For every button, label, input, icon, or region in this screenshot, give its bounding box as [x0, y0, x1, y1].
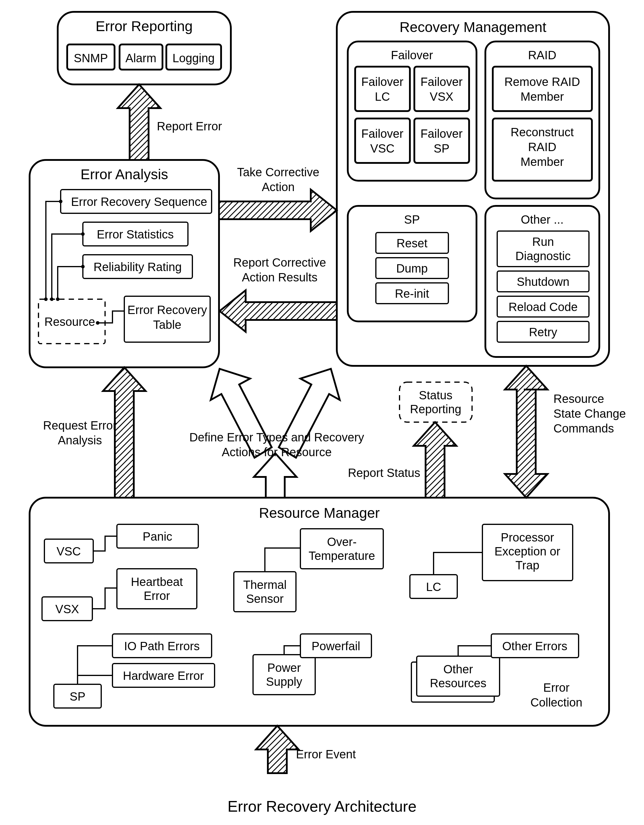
error-analysis-title: Error Analysis	[80, 167, 168, 182]
diagram-canvas: Error Reporting SNMP Alarm Logging Recov…	[0, 0, 644, 825]
panic-label: Panic	[143, 530, 172, 543]
failover-title: Failover	[391, 49, 433, 62]
snmp-label: SNMP	[74, 51, 108, 65]
report-results-arrow: Report CorrectiveAction Results	[220, 256, 337, 332]
svg-point-14	[56, 297, 60, 301]
other-err-label: Other Errors	[502, 640, 567, 653]
failover-vsc	[355, 119, 410, 163]
take-action-arrow: Take CorrectiveAction	[219, 165, 337, 231]
svg-point-12	[44, 297, 48, 301]
request-analysis-arrow: Request ErrorAnalysis	[43, 367, 146, 497]
recovery-mgmt-title: Recovery Management	[399, 19, 546, 35]
logging-label: Logging	[173, 51, 214, 65]
reload-label: Reload Code	[508, 300, 578, 314]
alarm-label: Alarm	[125, 51, 156, 65]
report-status-arrow	[414, 422, 456, 497]
status-reporting-group: StatusReporting Report Status	[348, 382, 472, 497]
report-status-label: Report Status	[348, 466, 420, 479]
request-analysis-label: Request ErrorAnalysis	[43, 419, 117, 447]
thermal-box	[234, 572, 296, 612]
lc-label: LC	[426, 580, 441, 593]
svg-point-9	[59, 200, 62, 203]
failover-lc	[355, 66, 410, 111]
sp-rm-label: SP	[69, 690, 85, 703]
recovery-mgmt-box: Recovery Management Failover FailoverLC …	[337, 12, 609, 366]
powerfail-label: Powerfail	[312, 640, 361, 653]
raid-box: RAID Remove RAIDMember ReconstructRAIDMe…	[485, 42, 599, 198]
failover-vsx	[414, 66, 469, 111]
remove-raid	[493, 66, 592, 111]
power-supply-box	[253, 655, 315, 695]
error-analysis-box: Error Analysis Error Recovery Sequence E…	[29, 160, 219, 367]
error-reporting-title: Error Reporting	[96, 19, 193, 34]
take-action-label: Take CorrectiveAction	[237, 165, 319, 193]
hw-err-label: Hardware Error	[123, 669, 203, 682]
failover-sp	[414, 119, 469, 163]
resource-manager-box: Resource Manager VSC Panic VSX Heartbeat…	[29, 497, 609, 726]
vsc-label: VSC	[57, 545, 81, 558]
resource-label: Resource	[45, 315, 95, 328]
error-reporting-box: Error Reporting SNMP Alarm Logging	[58, 12, 231, 84]
state-change-arrow: ResourceState ChangeCommands	[505, 366, 626, 497]
report-error-label: Report Error	[157, 120, 222, 133]
resource-manager-title: Resource Manager	[259, 505, 380, 521]
sp-title: SP	[404, 213, 420, 226]
reliability-label: Reliability Rating	[94, 260, 182, 273]
state-change-label: ResourceState ChangeCommands	[553, 392, 626, 435]
raid-title: RAID	[528, 49, 556, 62]
retry-label: Retry	[529, 326, 557, 338]
reset-label: Reset	[397, 237, 428, 250]
error-event-arrow: Error Event	[256, 726, 356, 773]
other-box: Other ... RunDiagnostic Shutdown Reload …	[485, 206, 599, 357]
svg-point-10	[81, 232, 85, 236]
svg-point-13	[50, 297, 54, 301]
report-results-label: Report CorrectiveAction Results	[233, 256, 326, 284]
diagram-caption: Error Recovery Architecture	[228, 798, 417, 815]
report-error-arrow: Report Error	[118, 84, 222, 160]
define-types-arrow: Define Error Types and RecoveryActions f…	[190, 369, 364, 497]
heartbeat-box	[117, 569, 197, 609]
reinit-label: Re-init	[395, 287, 429, 300]
other-res-box	[417, 656, 499, 696]
sp-box: SP Reset Dump Re-init	[348, 206, 476, 321]
io-path-label: IO Path Errors	[124, 640, 200, 653]
overtemp-box	[300, 529, 383, 569]
err-statistics-label: Error Statistics	[97, 228, 174, 241]
svg-point-11	[81, 265, 85, 268]
vsx-label: VSX	[55, 603, 79, 616]
shutdown-label: Shutdown	[517, 275, 569, 288]
err-recovery-seq-label: Error Recovery Sequence	[71, 195, 207, 208]
status-reporting-box	[399, 382, 472, 422]
define-types-label: Define Error Types and RecoveryActions f…	[190, 431, 364, 459]
error-event-label: Error Event	[296, 748, 356, 761]
svg-point-15	[96, 321, 99, 324]
dump-label: Dump	[396, 262, 428, 275]
other-title: Other ...	[521, 213, 564, 226]
failover-box: Failover FailoverLC FailoverVSX Failover…	[348, 42, 476, 181]
